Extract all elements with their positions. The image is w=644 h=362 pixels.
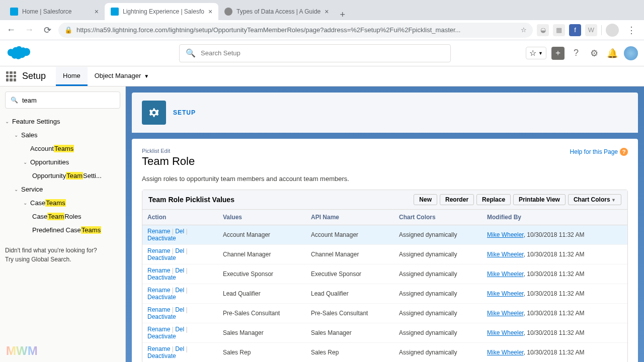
tree-item-opportunity-team-settings[interactable]: Opportunity Team Setti... (5, 169, 120, 183)
user-link[interactable]: Mike Wheeler (487, 310, 524, 317)
global-actions-button[interactable]: ＋ (551, 47, 565, 60)
salesforce-icon (111, 8, 119, 16)
col-action: Action (142, 210, 218, 225)
watermark-logo: MWM (6, 344, 38, 358)
new-tab-button[interactable]: + (335, 10, 350, 20)
deactivate-link[interactable]: Deactivate (147, 294, 176, 301)
quick-find[interactable]: 🔍 (5, 92, 120, 109)
table-row: Rename | Del | DeactivateExecutive Spons… (142, 264, 627, 284)
deactivate-link[interactable]: Deactivate (147, 333, 176, 340)
chart-colors-button[interactable]: Chart Colors (568, 194, 621, 205)
tree-item-account-teams[interactable]: Account Teams (5, 142, 120, 155)
cell-modified: Mike Wheeler, 10/30/2018 11:32 AM (482, 304, 627, 323)
salesforce-logo[interactable] (6, 44, 32, 62)
close-icon[interactable]: × (325, 8, 329, 16)
close-icon[interactable]: × (208, 8, 212, 16)
user-link[interactable]: Mike Wheeler (487, 349, 524, 356)
tree-item-opportunities[interactable]: ⌄Opportunities (5, 155, 120, 169)
del-link[interactable]: Del (175, 247, 184, 254)
cell-modified: Mike Wheeler, 10/30/2018 11:32 AM (482, 343, 627, 363)
rename-link[interactable]: Rename (147, 306, 170, 313)
setup-sidebar: 🔍 ⌄Feature Settings ⌄Sales Account Teams… (0, 86, 126, 362)
extension-icon[interactable]: f (569, 24, 581, 36)
setup-breadcrumb: SETUP (173, 109, 196, 116)
help-link[interactable]: Help for this Page? (570, 148, 628, 156)
del-link[interactable]: Del (175, 326, 184, 333)
rename-link[interactable]: Rename (147, 345, 170, 352)
extension-icon[interactable]: W (585, 24, 597, 36)
gear-icon[interactable]: ⚙ (588, 47, 601, 60)
deactivate-link[interactable]: Deactivate (147, 235, 176, 242)
extension-icon[interactable]: ▦ (553, 24, 565, 36)
printable-view-button[interactable]: Printable View (513, 194, 566, 205)
cell-api: Lead Qualifier (306, 284, 394, 304)
deactivate-link[interactable]: Deactivate (147, 274, 176, 281)
new-button[interactable]: New (414, 194, 437, 205)
sidebar-hint: Didn't find what you're looking for? Try… (5, 246, 120, 264)
del-link[interactable]: Del (175, 287, 184, 294)
cell-colors: Assigned dynamically (394, 304, 482, 323)
notifications-icon[interactable]: 🔔 (606, 47, 619, 60)
app-launcher-icon[interactable] (6, 71, 16, 81)
rename-link[interactable]: Rename (147, 228, 170, 235)
deactivate-link[interactable]: Deactivate (147, 352, 176, 359)
chevron-down-icon: ⌄ (14, 187, 21, 192)
reload-button[interactable]: ⟳ (40, 23, 54, 37)
del-link[interactable]: Del (175, 306, 184, 313)
tree-item-service[interactable]: ⌄Service (5, 183, 120, 196)
chevron-down-icon: ⌄ (14, 132, 21, 138)
user-link[interactable]: Mike Wheeler (487, 231, 524, 238)
quick-find-input[interactable] (22, 97, 115, 104)
browser-tab[interactable]: Home | Salesforce × (4, 3, 105, 20)
replace-button[interactable]: Replace (476, 194, 511, 205)
rename-link[interactable]: Rename (147, 267, 170, 274)
extension-icon[interactable]: ◒ (537, 24, 549, 36)
profile-icon[interactable] (606, 24, 619, 37)
col-api: API Name (306, 210, 394, 225)
cell-modified: Mike Wheeler, 10/30/2018 11:32 AM (482, 225, 627, 245)
url-text: https://na59.lightning.force.com/lightni… (76, 26, 517, 34)
deactivate-link[interactable]: Deactivate (147, 313, 176, 320)
back-button[interactable]: ← (4, 23, 18, 37)
setup-content: SETUP Help for this Page? Picklist Edit … (126, 86, 644, 362)
star-icon[interactable]: ☆ (521, 26, 527, 34)
browser-menu-button[interactable]: ⋮ (623, 25, 640, 36)
user-link[interactable]: Mike Wheeler (487, 251, 524, 258)
user-link[interactable]: Mike Wheeler (487, 290, 524, 297)
global-search[interactable]: 🔍 (179, 44, 451, 62)
rename-link[interactable]: Rename (147, 287, 170, 294)
browser-tab[interactable]: Types of Data Access | A Guide × (218, 3, 335, 20)
cell-modified: Mike Wheeler, 10/30/2018 11:32 AM (482, 264, 627, 284)
search-icon: 🔍 (11, 97, 18, 104)
search-input[interactable] (201, 49, 444, 57)
del-link[interactable]: Del (175, 267, 184, 274)
avatar[interactable] (624, 46, 638, 60)
help-icon[interactable]: ? (570, 47, 583, 60)
forward-button[interactable]: → (22, 23, 36, 37)
browser-tab[interactable]: Lightning Experience | Salesfo × (105, 3, 218, 20)
del-link[interactable]: Del (175, 228, 184, 235)
tree-item-sales[interactable]: ⌄Sales (5, 128, 120, 142)
setup-nav: Setup Home Object Manager▼ (0, 66, 644, 86)
del-link[interactable]: Del (175, 345, 184, 352)
reorder-button[interactable]: Reorder (440, 194, 474, 205)
rename-link[interactable]: Rename (147, 326, 170, 333)
cell-value: Pre-Sales Consultant (218, 304, 306, 323)
tree-item-predefined-case-teams[interactable]: Predefined Case Teams (5, 223, 120, 237)
favorites-button[interactable]: ☆▼ (526, 47, 546, 59)
user-link[interactable]: Mike Wheeler (487, 270, 524, 278)
rename-link[interactable]: Rename (147, 247, 170, 254)
user-link[interactable]: Mike Wheeler (487, 329, 524, 336)
cell-colors: Assigned dynamically (394, 284, 482, 304)
tab-home[interactable]: Home (56, 67, 88, 86)
tab-object-manager[interactable]: Object Manager▼ (88, 67, 156, 86)
deactivate-link[interactable]: Deactivate (147, 254, 176, 261)
close-icon[interactable]: × (95, 8, 99, 16)
cell-modified: Mike Wheeler, 10/30/2018 11:32 AM (482, 245, 627, 264)
cell-value: Lead Qualifier (218, 284, 306, 304)
url-bar[interactable]: 🔒 https://na59.lightning.force.com/light… (58, 23, 533, 38)
cell-colors: Assigned dynamically (394, 245, 482, 264)
tree-item-case-team-roles[interactable]: Case Team Roles (5, 210, 120, 223)
tree-item-feature-settings[interactable]: ⌄Feature Settings (5, 115, 120, 128)
tree-item-case-teams[interactable]: ⌄Case Teams (5, 196, 120, 210)
